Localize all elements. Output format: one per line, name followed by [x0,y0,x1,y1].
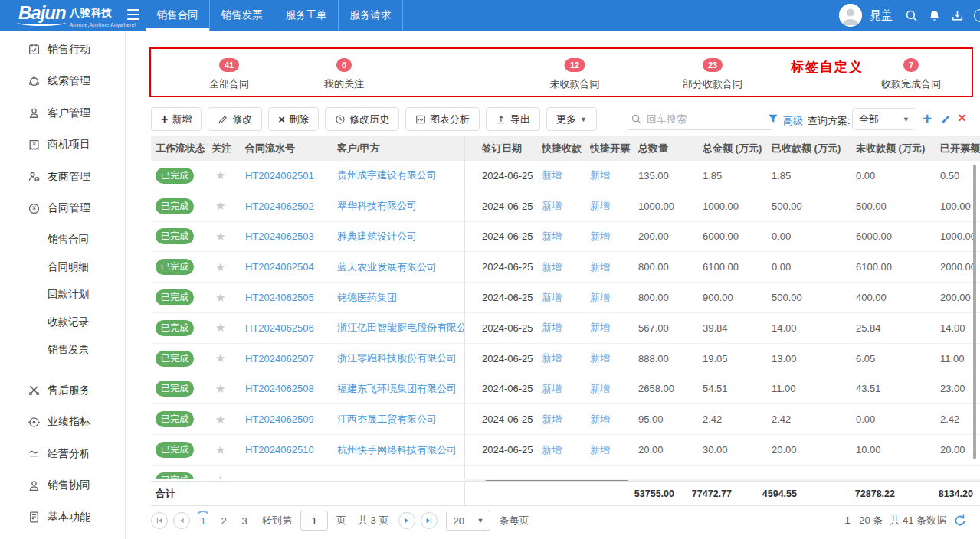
nav-tab-sales-invoice[interactable]: 销售发票 [210,0,274,31]
filter-tab-partially-paid[interactable]: 23 部分收款合同 [683,57,742,91]
search-icon[interactable] [905,9,918,22]
sidebar-item-customers[interactable]: 客户管理 [0,97,125,129]
first-page-button[interactable] [151,512,168,529]
page-size-select[interactable]: 20 ▼ [446,511,490,531]
quick-receive-link[interactable]: 新增 [542,199,562,213]
delete-scheme-icon[interactable]: × [958,109,966,127]
sidebar-subitem-payback-plan[interactable]: 回款计划 [0,281,125,309]
customer-link[interactable]: 蓝天农业发展有限公司 [337,260,437,274]
star-icon[interactable]: ★ [215,413,225,426]
goto-page-input[interactable] [300,511,328,531]
filter-tab-unpaid[interactable]: 12 未收款合同 [550,57,600,91]
customer-link[interactable]: 浙江零跑科技股份有限公司 [337,351,457,365]
edit-scheme-icon[interactable] [940,113,952,125]
quick-invoice-link[interactable]: 新增 [590,260,610,274]
sidebar-item-basic[interactable]: 基本功能 [0,501,125,534]
quick-invoice-link[interactable]: 新增 [590,199,610,213]
customer-link[interactable]: 翠华科技有限公司 [337,199,417,213]
customer-link[interactable]: 铭德医药集团 [337,291,397,305]
search-input[interactable] [647,113,754,125]
nav-tab-service-request[interactable]: 服务请求 [339,0,403,31]
contract-no-link[interactable]: HT2024062510 [245,444,314,456]
star-icon[interactable]: ★ [215,351,225,365]
user-name[interactable]: 晁盖 [870,8,893,23]
sidebar-item-kpi[interactable]: 业绩指标 [0,407,125,439]
quick-receive-link[interactable]: 新增 [542,168,562,182]
quick-receive-link[interactable]: 新增 [542,230,562,243]
refresh-icon[interactable] [953,514,967,528]
customer-link[interactable]: 福建东飞环境集团有限公司 [337,382,457,396]
contract-no-link[interactable]: HT2024062506 [245,322,314,334]
sidebar-subitem-sales-contract[interactable]: 销售合同 [0,226,125,253]
quick-invoice-link[interactable]: 新增 [590,230,610,243]
quick-receive-link[interactable]: 新增 [542,413,562,426]
star-icon[interactable]: ★ [215,473,225,479]
star-icon[interactable]: ★ [215,168,225,182]
quick-invoice-link[interactable]: 新增 [590,382,610,396]
quick-invoice-link[interactable]: 新增 [590,168,610,182]
sidebar-item-contracts[interactable]: ¥ 合同管理 [0,193,125,225]
sidebar-subitem-contract-detail[interactable]: 合同明细 [0,253,125,281]
sidebar-item-collaboration[interactable]: 销售协同 [0,470,125,502]
export-button[interactable]: 导出 [486,107,540,131]
avatar[interactable] [839,4,862,27]
sidebar-item-sales-action[interactable]: 销售行动 [0,34,125,66]
page-1[interactable]: 1 [195,515,211,527]
quick-invoice-link[interactable]: 新增 [590,413,610,426]
customer-link[interactable]: 雅典建筑设计公司 [337,230,417,243]
contract-no-link[interactable]: HT2024062507 [245,353,314,364]
contract-no-link[interactable]: HT2024062504 [245,261,314,273]
next-page-button[interactable] [398,512,415,529]
add-button[interactable]: + 新增 [151,107,202,131]
star-icon[interactable]: ★ [215,230,225,243]
filter-tab-all-contracts[interactable]: 41 全部合同 [209,57,249,91]
quick-invoice-link[interactable]: 新增 [590,351,610,365]
more-button[interactable]: 更多 ▼ [546,107,597,131]
quick-invoice-link[interactable]: 新增 [590,321,610,335]
quick-receive-link[interactable]: 新增 [542,260,562,274]
star-icon[interactable]: ★ [215,291,225,305]
contract-no-link[interactable]: HT2024062508 [245,383,314,394]
customer-link[interactable]: 浙江亿田智能厨电股份有限公司 [337,321,465,335]
customer-link[interactable]: 贵州成宇建设有限公司 [337,168,437,182]
star-icon[interactable]: ★ [215,260,225,274]
sidebar-item-analysis[interactable]: 经营分析 [0,438,125,470]
quick-invoice-link[interactable]: 新增 [590,443,610,457]
star-icon[interactable]: ★ [215,199,225,213]
quick-receive-link[interactable]: 新增 [542,382,562,396]
edit-history-button[interactable]: 修改历史 [325,107,399,131]
delete-button[interactable]: × 删除 [268,107,319,131]
edit-button[interactable]: 修改 [208,107,262,131]
star-icon[interactable]: ★ [215,443,225,457]
download-icon[interactable] [951,9,964,22]
quick-receive-link[interactable]: 新增 [542,321,562,335]
nav-tab-sales-contract[interactable]: 销售合同 [146,0,210,31]
contract-no-link[interactable]: HT2024062505 [245,292,314,303]
quick-receive-link[interactable]: 新增 [542,351,562,365]
chart-analysis-button[interactable]: 图表分析 [405,107,480,131]
filter-tab-my-follow[interactable]: 0 我的关注 [324,57,364,91]
add-scheme-icon[interactable]: + [923,109,932,128]
contract-no-link[interactable]: HT2024062502 [245,201,314,212]
hamburger-icon[interactable] [127,9,139,20]
filter-tab-fully-paid[interactable]: 7 收款完成合同 [881,57,941,91]
vertical-scrollbar[interactable] [973,165,976,459]
customer-link[interactable]: 江西夯晟工贸有限公司 [337,413,437,426]
prev-page-button[interactable] [173,512,190,529]
bell-icon[interactable] [928,9,941,22]
page-3[interactable]: 3 [237,515,252,527]
advanced-search-link[interactable]: 高级 [783,114,803,128]
customer-link[interactable]: 杭州快手网络科技有限公司 [337,443,457,457]
edge-clipped-icon[interactable] [974,9,980,22]
contract-no-link[interactable]: HT2024062509 [245,413,314,425]
star-icon[interactable]: ★ [215,321,225,335]
page-2[interactable]: 2 [216,515,231,527]
query-scheme-select[interactable]: 全部 ▼ [852,108,916,130]
contract-no-link[interactable]: HT2024062503 [245,230,314,242]
sidebar-item-partners[interactable]: + 友商管理 [0,161,125,193]
sidebar-item-leads[interactable]: 线索管理 [0,66,125,98]
star-icon[interactable]: ★ [215,382,225,396]
quick-receive-link[interactable]: 新增 [542,443,562,457]
filter-icon[interactable] [768,113,778,124]
sidebar-item-after-sales[interactable]: 售后服务 [0,374,125,407]
